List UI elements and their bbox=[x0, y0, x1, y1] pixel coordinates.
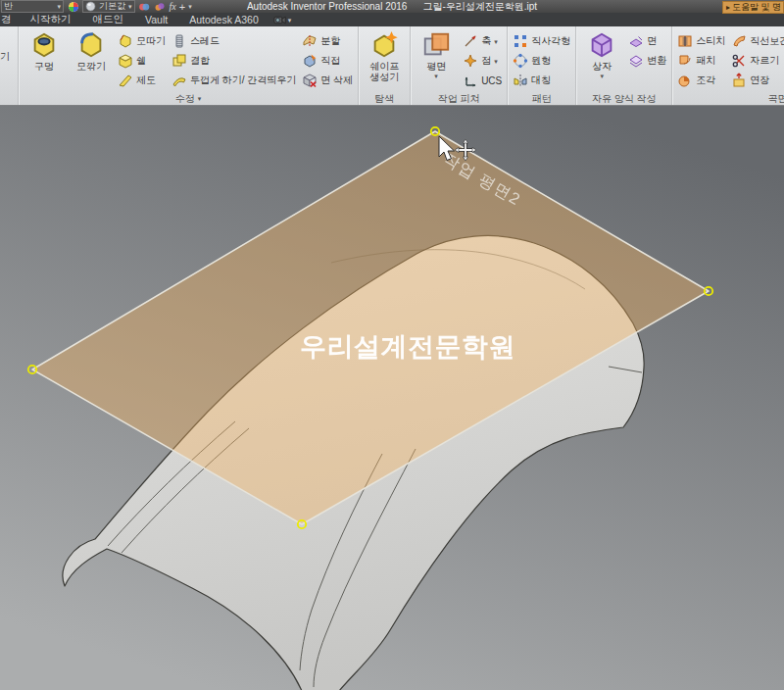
appearance-value: 기본값 bbox=[99, 0, 125, 13]
button-label: 직선보간 곡면 bbox=[750, 34, 784, 48]
chevron-down-icon: ▾ bbox=[494, 58, 498, 65]
expand-arrow-icon: ▸ bbox=[726, 3, 730, 12]
tab-경[interactable]: 경 bbox=[0, 13, 20, 26]
ribbon-group-work-features: 평면▾축▾점▾UCS작업 피쳐 bbox=[411, 26, 508, 105]
button-label: 조각 bbox=[696, 74, 715, 87]
button-label: 점 bbox=[481, 54, 491, 68]
box-freeform-icon bbox=[587, 30, 616, 60]
mirror-icon bbox=[513, 73, 528, 88]
adjust-secondary-icon[interactable] bbox=[154, 1, 167, 13]
split-button[interactable]: 분할 bbox=[300, 31, 355, 51]
chevron-down-icon: ▾ bbox=[288, 17, 292, 24]
rectangular-pattern-button[interactable]: 직사각형 bbox=[511, 31, 572, 51]
fillet-button[interactable]: 모깎기 bbox=[69, 29, 114, 73]
button-label: 모따기 bbox=[136, 34, 166, 48]
qat-customize-caret-icon[interactable]: ▾ bbox=[188, 3, 192, 10]
direct-icon bbox=[302, 53, 318, 69]
freeform-convert-button[interactable]: 변환 bbox=[626, 51, 668, 71]
button-label: 자르기 bbox=[750, 54, 779, 68]
chamfer-button[interactable]: 모따기 bbox=[116, 31, 168, 51]
ribbon: 기구멍모깎기모따기쉘제도스레드결합두껍게 하기/ 간격띄우기분할직접면 삭제수정… bbox=[0, 26, 784, 106]
group-label-surface: 곡면 bbox=[675, 92, 784, 105]
face-freeform-icon bbox=[628, 33, 644, 49]
shell-button[interactable]: 쉘 bbox=[116, 51, 168, 71]
delete-face-button[interactable]: 면 삭제 bbox=[300, 71, 355, 90]
adjust-appearance-icon[interactable] bbox=[138, 1, 151, 13]
patch-button[interactable]: 패치 bbox=[675, 51, 727, 71]
button-label: 구멍 bbox=[34, 62, 54, 73]
app-name: Autodesk Inventor Professional 2016 bbox=[247, 1, 407, 12]
combine-button[interactable]: 결합 bbox=[170, 51, 298, 71]
camera-icon bbox=[273, 14, 286, 26]
freeform-face-button[interactable]: 면 bbox=[626, 31, 668, 51]
plane-work-icon bbox=[421, 30, 451, 60]
chevron-down-icon: ▾ bbox=[198, 95, 202, 102]
delete-face-icon bbox=[302, 73, 318, 88]
button-label: 쉘 bbox=[136, 54, 146, 68]
hole-icon bbox=[29, 30, 59, 60]
trim-button[interactable]: 자르기 bbox=[729, 51, 784, 71]
extend-button[interactable]: 연장 bbox=[729, 71, 784, 90]
fillet-icon bbox=[76, 30, 106, 60]
clipped-label-fragment: 기 bbox=[0, 50, 10, 64]
tab-시작하기[interactable]: 시작하기 bbox=[20, 13, 82, 26]
color-wheel-icon[interactable] bbox=[67, 1, 79, 13]
thread-icon bbox=[172, 33, 187, 49]
chevron-down-icon: ▾ bbox=[434, 73, 438, 79]
shape-generator-button[interactable]: 쉐이프생성기 bbox=[362, 29, 407, 82]
button-label: 분할 bbox=[320, 34, 340, 48]
help-search-chip[interactable]: ▸ 도움말 및 명 bbox=[722, 1, 784, 14]
button-label: 변환 bbox=[647, 54, 666, 68]
tab-Autodesk A360[interactable]: Autodesk A360 bbox=[178, 14, 270, 25]
button-label: UCS bbox=[481, 75, 502, 86]
material-sphere-icon bbox=[85, 1, 96, 12]
stitch-button[interactable]: 스티치 bbox=[675, 31, 727, 51]
button-label: 스레드 bbox=[190, 34, 220, 48]
button-label: 결합 bbox=[190, 54, 210, 68]
tab-Vault[interactable]: Vault bbox=[134, 14, 178, 25]
work-point-button[interactable]: 점▾ bbox=[461, 51, 504, 71]
chevron-down-icon: ▾ bbox=[600, 73, 604, 79]
button-label: 직접 bbox=[320, 54, 340, 68]
freeform-box-button[interactable]: 상자▾ bbox=[579, 29, 624, 79]
work-axis-button[interactable]: 축▾ bbox=[461, 31, 504, 51]
ruled-surface-button[interactable]: 직선보간 곡면 bbox=[729, 31, 784, 51]
work-plane-button[interactable]: 평면▾ bbox=[414, 29, 459, 79]
sculpt-button[interactable]: 조각 bbox=[675, 71, 727, 90]
title-bar: 반 ▾ 기본값 ▾ fx + ▾ Autodesk Inventor Profe… bbox=[0, 0, 784, 13]
stitch-icon bbox=[677, 33, 693, 49]
camera-menu[interactable]: ▾ bbox=[273, 14, 292, 26]
button-label: 연장 bbox=[750, 74, 769, 87]
hole-button[interactable]: 구멍 bbox=[22, 29, 67, 73]
convert-freeform-icon bbox=[628, 53, 644, 69]
button-label: 제도 bbox=[136, 74, 156, 87]
ribbon-tab-bar: 경시작하기애드인VaultAutodesk A360▾ bbox=[0, 13, 784, 26]
group-label-modify[interactable]: 수정▾ bbox=[22, 92, 355, 105]
chevron-down-icon: ▾ bbox=[128, 3, 132, 10]
thicken-icon bbox=[172, 73, 187, 88]
button-label: 스티치 bbox=[696, 34, 725, 48]
circular-pattern-button[interactable]: 원형 bbox=[511, 51, 572, 71]
fx-parameters-icon[interactable]: fx bbox=[170, 1, 176, 12]
point-work-icon bbox=[463, 53, 478, 69]
ribbon-group-surface: 스티치패치조각직선보간 곡면자르기연장면 대체본체 복구곡면 bbox=[672, 26, 784, 105]
ucs-button[interactable]: UCS bbox=[461, 71, 504, 90]
thicken-offset-button[interactable]: 두껍게 하기/ 간격띄우기 bbox=[170, 71, 298, 90]
mirror-button[interactable]: 대칭 bbox=[511, 71, 572, 90]
direct-button[interactable]: 직접 bbox=[300, 51, 355, 71]
pattern-circ-icon bbox=[513, 53, 528, 69]
material-dropdown[interactable]: 반 ▾ bbox=[1, 0, 64, 13]
model-viewport: 우리설계전문학원 작업 평면2 bbox=[0, 106, 784, 690]
button-label: 원형 bbox=[531, 54, 551, 68]
group-label-create-freeform: 자유 양식 작성 bbox=[579, 92, 668, 105]
draft-icon bbox=[118, 73, 133, 88]
tab-애드인[interactable]: 애드인 bbox=[82, 13, 135, 26]
plus-icon[interactable]: + bbox=[179, 1, 185, 13]
group-label-explore: 탐색 bbox=[362, 92, 407, 105]
trim-icon bbox=[731, 53, 747, 69]
thread-button[interactable]: 스레드 bbox=[170, 31, 298, 51]
draft-button[interactable]: 제도 bbox=[116, 71, 168, 90]
button-label: 모깎기 bbox=[76, 62, 106, 73]
appearance-dropdown[interactable]: 기본값 ▾ bbox=[82, 0, 135, 13]
ribbon-group-explore: 쉐이프생성기탐색 bbox=[359, 26, 411, 105]
